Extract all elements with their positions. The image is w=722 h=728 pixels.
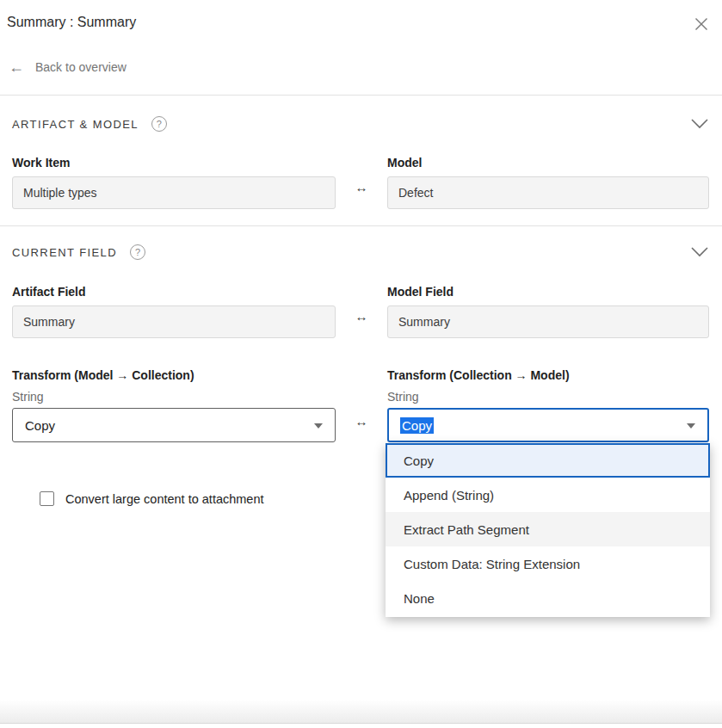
back-link-label: Back to overview [35, 60, 127, 74]
transform-collection-to-model-label: Transform (Collection → Model) [387, 368, 570, 382]
section-title: CURRENT FIELD [12, 246, 117, 259]
back-arrow-icon: ← [9, 59, 24, 75]
checkbox-label: Convert large content to attachment [65, 492, 264, 506]
field-mapping-dialog: Summary : Summary ← Back to overview ART… [0, 0, 722, 728]
select-value-selected-text: Copy [400, 417, 434, 434]
artifact-field-value: Summary [12, 305, 336, 338]
checkbox[interactable] [40, 491, 54, 506]
select-value: Copy [25, 418, 55, 433]
section-header-artifact-model: ARTIFACT & MODEL ? [12, 111, 708, 137]
help-icon[interactable]: ? [151, 116, 167, 132]
option-copy[interactable]: Copy [386, 443, 710, 478]
transform-collection-to-model-select[interactable]: Copy [387, 408, 709, 442]
option-none[interactable]: None [386, 581, 710, 615]
panel-bottom-edge [0, 700, 722, 724]
caret-down-icon [314, 423, 323, 429]
convert-large-content-checkbox-row[interactable]: Convert large content to attachment [40, 491, 264, 506]
chevron-down-icon[interactable] [691, 119, 708, 129]
back-to-overview-link[interactable]: ← Back to overview [9, 59, 127, 75]
option-custom-data-string-extension[interactable]: Custom Data: String Extension [386, 546, 710, 581]
exchange-arrow-icon: ↔ [349, 180, 373, 194]
section-header-current-field: CURRENT FIELD ? [12, 239, 708, 265]
chevron-down-icon[interactable] [691, 247, 708, 257]
transform-model-to-collection-select[interactable]: Copy [12, 408, 336, 442]
model-label: Model [387, 156, 422, 170]
transform-model-to-collection-label: Transform (Model → Collection) [12, 368, 194, 382]
artifact-field-label: Artifact Field [12, 285, 86, 299]
transform-type-label: String [12, 390, 44, 404]
transform-type-label: String [387, 390, 419, 404]
help-icon[interactable]: ? [130, 244, 145, 260]
exchange-arrow-icon: ↔ [349, 309, 373, 324]
caret-down-icon [687, 423, 695, 429]
work-item-field: Multiple types [12, 176, 336, 209]
page-title: Summary : Summary [7, 15, 136, 30]
model-field-value: Summary [387, 305, 709, 338]
section-title: ARTIFACT & MODEL [12, 118, 139, 131]
work-item-label: Work Item [12, 156, 70, 170]
transform-options-dropdown: Copy Append (String) Extract Path Segmen… [386, 443, 710, 617]
divider [0, 225, 722, 226]
model-field-label: Model Field [387, 285, 454, 299]
option-extract-path-segment[interactable]: Extract Path Segment [386, 512, 710, 546]
model-field: Defect [387, 176, 709, 209]
divider [0, 95, 722, 96]
close-icon[interactable] [694, 16, 709, 32]
exchange-arrow-icon: ↔ [349, 414, 373, 429]
option-append-string[interactable]: Append (String) [386, 478, 710, 512]
